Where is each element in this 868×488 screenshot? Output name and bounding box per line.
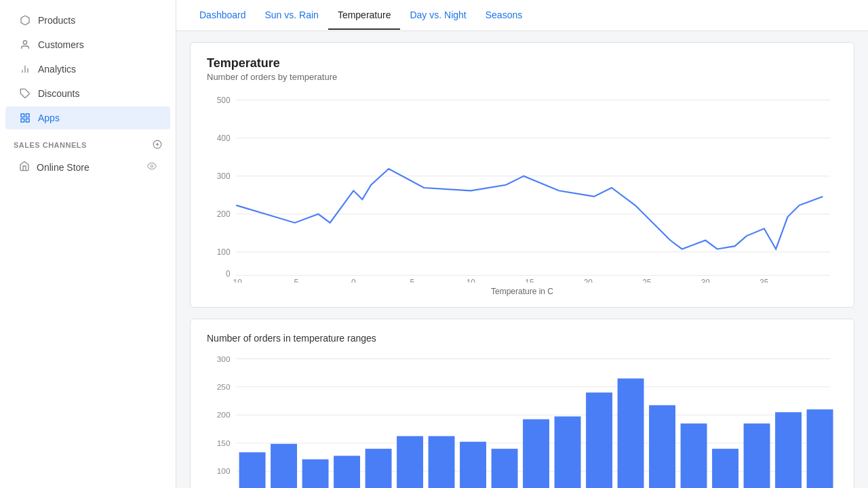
tag-icon: [19, 87, 31, 100]
eye-icon[interactable]: [147, 161, 157, 173]
person-icon: [19, 39, 31, 51]
svg-text:20: 20: [584, 278, 593, 283]
line-chart-subtitle: Number of orders by temperature: [207, 72, 837, 82]
bar-chart: 300 250 200 150 100 50 0 <-40 -40--35: [207, 352, 837, 488]
svg-text:0: 0: [351, 278, 356, 283]
sidebar-item-discounts[interactable]: Discounts: [5, 82, 170, 105]
bar-10-15: [586, 392, 612, 488]
box-icon: [19, 14, 31, 26]
main-content: Dashboard Sun vs. Rain Temperature Day v…: [176, 0, 868, 488]
sidebar-item-apps[interactable]: Apps: [5, 106, 170, 129]
tab-navigation: Dashboard Sun vs. Rain Temperature Day v…: [176, 0, 868, 31]
sales-channels-label: SALES CHANNELS: [0, 130, 176, 155]
line-chart-line: [236, 169, 823, 249]
bar-15-10: [429, 436, 455, 488]
bar-chart-icon: [19, 63, 31, 75]
line-chart-title: Temperature: [207, 56, 837, 70]
line-chart-card: Temperature Number of orders by temperat…: [190, 42, 854, 308]
svg-text:10: 10: [467, 278, 476, 283]
svg-text:25: 25: [642, 278, 652, 283]
svg-rect-7: [26, 119, 29, 122]
bar-lt-40: [239, 452, 266, 488]
tab-temperature[interactable]: Temperature: [328, 1, 401, 30]
svg-text:15: 15: [525, 278, 534, 283]
bar-20-25: [649, 405, 675, 488]
sidebar-item-products[interactable]: Products: [5, 9, 170, 32]
bar-gt-45b: [807, 409, 833, 488]
tab-seasons[interactable]: Seasons: [476, 1, 532, 30]
bar-15-20: [618, 378, 644, 488]
sidebar-item-customers[interactable]: Customers: [5, 33, 170, 56]
svg-text:100: 100: [217, 247, 231, 257]
tab-day-night[interactable]: Day vs. Night: [400, 1, 475, 30]
line-chart-x-label: Temperature in C: [207, 287, 837, 296]
tab-dashboard[interactable]: Dashboard: [190, 1, 256, 30]
svg-rect-6: [26, 114, 29, 117]
line-chart: 500 400 300 200 100 0 -10 -5 0 5 10 15 2…: [207, 93, 837, 283]
svg-text:400: 400: [217, 134, 231, 143]
svg-text:35: 35: [760, 278, 769, 283]
content-area: Temperature Number of orders by temperat…: [176, 31, 868, 488]
svg-text:200: 200: [217, 411, 231, 420]
svg-text:0: 0: [226, 269, 231, 279]
add-sales-channel-icon[interactable]: [153, 140, 162, 150]
bar-10-5: [460, 442, 486, 488]
bar-chart-card: Number of orders in temperature ranges 3…: [190, 319, 854, 488]
bar-30-25: [334, 455, 360, 488]
svg-text:500: 500: [217, 96, 231, 105]
sidebar-item-analytics[interactable]: Analytics: [5, 58, 170, 81]
svg-text:200: 200: [217, 209, 231, 219]
svg-text:300: 300: [217, 171, 231, 181]
svg-text:5: 5: [410, 278, 414, 283]
bar-40-35: [271, 444, 297, 488]
bar-25-20: [366, 449, 392, 488]
bar-25-30: [681, 424, 707, 488]
svg-point-12: [151, 165, 153, 167]
sidebar-item-online-store[interactable]: Online Store: [5, 155, 170, 179]
bar-gt-45a: [775, 412, 802, 488]
svg-text:100: 100: [217, 467, 231, 476]
apps-icon: [19, 112, 31, 124]
bar-5-10: [555, 416, 581, 488]
bar-35-40: [744, 424, 770, 488]
bar-0-5: [523, 420, 549, 488]
bar-5-0: [492, 449, 518, 488]
svg-rect-5: [21, 114, 24, 117]
bar-chart-title: Number of orders in temperature ranges: [207, 333, 837, 344]
bar-20-15: [397, 436, 423, 488]
svg-text:30: 30: [701, 278, 711, 283]
svg-text:300: 300: [217, 354, 231, 363]
tab-sun-rain[interactable]: Sun vs. Rain: [256, 1, 328, 30]
svg-rect-8: [21, 119, 24, 122]
bar-30-35: [712, 449, 738, 488]
line-chart-svg: 500 400 300 200 100 0 -10 -5 0 5 10 15 2…: [207, 93, 837, 283]
svg-text:-5: -5: [291, 278, 298, 283]
bar-35-30: [302, 460, 329, 488]
bar-chart-svg: 300 250 200 150 100 50 0 <-40 -40--35: [207, 352, 837, 488]
svg-text:-10: -10: [231, 278, 243, 283]
svg-text:250: 250: [217, 382, 231, 391]
sidebar: Products Customers Analytics Discounts A…: [0, 0, 176, 488]
store-icon: [19, 161, 30, 174]
svg-point-0: [23, 41, 26, 44]
svg-text:150: 150: [217, 439, 231, 447]
